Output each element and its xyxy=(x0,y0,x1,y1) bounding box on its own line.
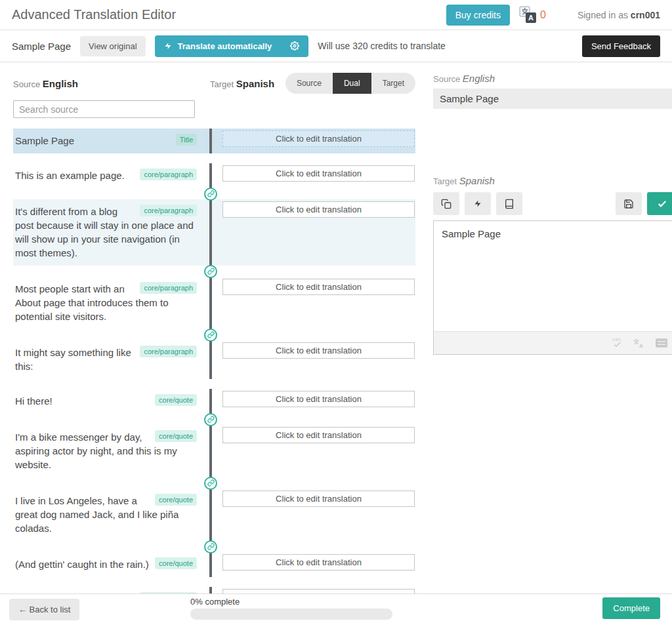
back-to-list-button[interactable]: ← Back to list xyxy=(9,599,79,620)
spellcheck-icon[interactable]: ABC xyxy=(612,338,621,348)
edit-translation-box[interactable]: Click to edit translation xyxy=(222,165,415,182)
block-type-badge: Title xyxy=(176,134,197,146)
row-connector xyxy=(13,541,415,552)
complete-button[interactable]: Complete xyxy=(602,597,660,619)
target-cell: Click to edit translation xyxy=(219,163,415,188)
translate-char-icon[interactable]: A xyxy=(633,338,644,348)
editor-source-value: Sample Page xyxy=(433,89,672,109)
save-icon xyxy=(623,199,634,209)
edit-translation-box[interactable]: Click to edit translation xyxy=(222,201,415,218)
view-mode-toggle: Source Dual Target xyxy=(285,73,415,94)
edit-translation-box[interactable]: Click to edit translation xyxy=(222,391,415,407)
source-row[interactable]: core/quoteHi there!Click to edit transla… xyxy=(13,389,415,414)
link-icon xyxy=(204,265,217,278)
credits-indicator: A 0 xyxy=(519,6,546,24)
link-icon xyxy=(204,413,217,426)
translate-automatically-button[interactable]: Translate automatically xyxy=(155,35,309,57)
row-connector xyxy=(13,329,415,340)
main-content: Source English Target Spanish Source Dua… xyxy=(0,62,672,593)
toggle-target[interactable]: Target xyxy=(371,73,415,94)
row-connector xyxy=(13,379,415,389)
edit-translation-box[interactable]: Click to edit translation xyxy=(222,491,415,507)
link-icon xyxy=(204,477,217,490)
toggle-source[interactable]: Source xyxy=(285,73,333,94)
block-type-badge: core/quote xyxy=(155,430,197,442)
edit-translation-box[interactable]: Click to edit translation xyxy=(222,589,415,593)
link-icon xyxy=(204,188,217,201)
source-row[interactable]: core/paragraphMost people start with an … xyxy=(13,277,415,329)
progress-bar xyxy=(190,609,392,620)
copy-source-button[interactable] xyxy=(433,192,459,215)
target-cell: Click to edit translation xyxy=(219,587,415,593)
search-source-input[interactable] xyxy=(13,100,195,118)
source-row[interactable]: core/quoteI live in Los Angeles, have a … xyxy=(13,489,415,541)
source-text: I live in Los Angeles, have a great dog … xyxy=(15,495,178,534)
source-text-cell: core/quote(And gettin' caught in the rai… xyxy=(13,552,202,577)
source-text-cell: core/paragraphIt's different from a blog… xyxy=(13,199,202,266)
check-icon xyxy=(657,199,667,209)
app-title: Advanced Translation Editor xyxy=(12,7,176,22)
translation-list-section: Source English Target Spanish Source Dua… xyxy=(13,73,415,593)
source-text: Hi there! xyxy=(15,395,52,407)
source-text: It might say something like this: xyxy=(15,347,131,372)
editor-panel: Source English Sample Page Target Spanis… xyxy=(433,73,672,593)
source-row[interactable]: TitleSample PageClick to edit translatio… xyxy=(13,129,415,153)
target-cell: Click to edit translation xyxy=(219,340,415,379)
lightning-icon xyxy=(164,41,172,50)
source-text: This is an example page. xyxy=(15,170,125,181)
source-row[interactable]: core/quote(And gettin' caught in the rai… xyxy=(13,552,415,577)
divider xyxy=(202,489,219,541)
translation-textarea[interactable]: Sample Page xyxy=(434,221,672,331)
svg-text:A: A xyxy=(639,343,643,348)
divider xyxy=(202,277,219,329)
progress: 0% complete xyxy=(190,597,392,620)
buy-credits-button[interactable]: Buy credits xyxy=(446,5,510,26)
translation-rows: TitleSample PageClick to edit translatio… xyxy=(13,129,415,593)
source-language-label: Source English xyxy=(13,78,210,89)
edit-translation-box[interactable]: Click to edit translation xyxy=(222,130,415,147)
block-type-badge: core/quote xyxy=(155,557,197,569)
page-toolbar: Sample Page View original Translate auto… xyxy=(0,30,672,62)
edit-translation-box[interactable]: Click to edit translation xyxy=(222,279,415,295)
row-connector xyxy=(13,153,415,163)
block-type-badge: core/paragraph xyxy=(140,282,197,294)
divider xyxy=(202,425,219,477)
editor-footer: ABC A xyxy=(434,331,672,354)
block-type-badge: core/quote xyxy=(155,394,197,406)
block-type-badge: core/quote xyxy=(155,494,197,506)
machine-translate-button[interactable] xyxy=(465,192,491,215)
target-cell: Click to edit translation xyxy=(219,199,415,266)
source-row[interactable]: core/paragraph...or something like this:… xyxy=(13,587,415,593)
row-connector xyxy=(13,414,415,425)
glossary-button[interactable] xyxy=(496,192,522,215)
keyboard-icon[interactable] xyxy=(656,338,667,348)
block-type-badge: core/paragraph xyxy=(140,205,197,216)
source-row[interactable]: core/paragraphIt might say something lik… xyxy=(13,340,415,379)
block-type-badge: core/paragraph xyxy=(140,346,197,357)
gear-icon[interactable] xyxy=(290,41,299,50)
link-icon xyxy=(204,329,217,342)
confirm-translation-button[interactable] xyxy=(647,192,672,215)
source-text-cell: core/paragraph...or something like this: xyxy=(13,587,202,593)
target-language-label: Target Spanish xyxy=(210,78,274,89)
progress-label: 0% complete xyxy=(190,597,392,607)
toggle-dual[interactable]: Dual xyxy=(333,73,371,94)
divider xyxy=(202,389,219,414)
source-row[interactable]: core/paragraphIt's different from a blog… xyxy=(13,199,415,266)
target-cell: Click to edit translation xyxy=(219,552,415,577)
edit-translation-box[interactable]: Click to edit translation xyxy=(222,554,415,571)
row-connector xyxy=(13,477,415,489)
source-row[interactable]: core/paragraphThis is an example page.Cl… xyxy=(13,163,415,188)
edit-translation-box[interactable]: Click to edit translation xyxy=(222,427,415,443)
source-text-cell: TitleSample Page xyxy=(13,129,202,153)
save-button[interactable] xyxy=(616,192,642,215)
view-original-button[interactable]: View original xyxy=(80,36,145,56)
row-connector xyxy=(13,577,415,587)
divider xyxy=(202,199,219,266)
username: crn001 xyxy=(631,10,660,20)
divider xyxy=(202,552,219,577)
source-row[interactable]: core/quoteI'm a bike messenger by day, a… xyxy=(13,425,415,477)
edit-translation-box[interactable]: Click to edit translation xyxy=(222,342,415,359)
source-text-cell: core/quoteI'm a bike messenger by day, a… xyxy=(13,425,202,477)
send-feedback-button[interactable]: Send Feedback xyxy=(582,35,660,57)
